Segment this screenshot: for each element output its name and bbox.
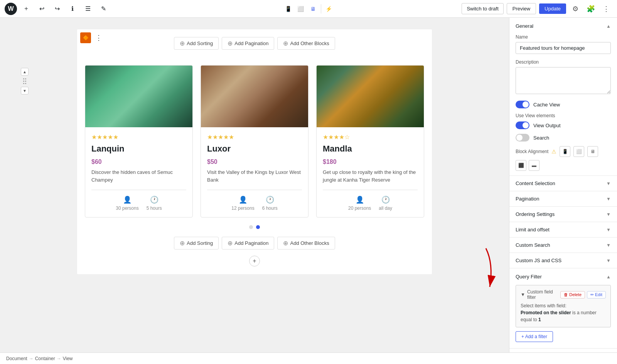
general-section-content: Name Description Cache View Use View [509,34,617,175]
custom-search-chevron: ▼ [606,243,611,248]
plus-icon: ⊕ [180,239,185,247]
block-alignment-label: Block Alignment [516,149,548,154]
general-chevron-icon: ▲ [606,24,611,29]
description-textarea[interactable] [516,67,611,94]
query-filter-section: Query Filter ▲ ▼ Custom field filter 🗑 D… [509,268,617,349]
view-output-toggle[interactable] [516,121,529,129]
tablet-icon[interactable]: ⬜ [295,3,306,14]
wp-logo-icon[interactable]: W [5,3,17,15]
plugins-icon[interactable]: 🧩 [585,3,597,15]
scroll-up-button[interactable]: ▲ [21,68,29,76]
align-wide-icon[interactable]: ▬ [529,160,539,171]
breadcrumb-view[interactable]: View [63,356,73,361]
top-toolbar: ⊕ Add Sorting ⊕ Add Pagination ⊕ Add Oth… [85,37,424,50]
add-filter-button[interactable]: + Add a filter [516,331,553,342]
block-type-icon[interactable]: 🔶 [80,32,91,43]
card-desc-luxor: Visit the Valley of the Kings by Luxor W… [207,169,302,184]
add-pagination-button-top[interactable]: ⊕ Add Pagination [222,37,274,50]
scroll-down-button[interactable]: ▼ [21,87,29,94]
canvas: 🔶 ⋮ ⊕ Add Sorting ⊕ Add Pagination ⊕ [77,29,432,274]
block-menu-icon[interactable]: ⋮ [93,32,104,43]
pagination-dot-1[interactable] [249,225,253,229]
more-options-icon[interactable]: ⋮ [600,3,612,15]
preview-button[interactable]: Preview [507,3,536,14]
right-panel: General ▲ Name Description Cache [509,18,617,352]
limit-and-offset-chevron: ▼ [606,227,611,233]
add-other-blocks-button-top[interactable]: ⊕ Add Other Blocks [277,37,335,50]
filter-delete-button[interactable]: 🗑 Delete [560,291,585,298]
card-meta-luxor: 👤 12 persons 🕐 6 hours [207,195,302,211]
card-price-lanquin: $60 [91,158,186,165]
editor-area[interactable]: ▲ ▼ 🔶 ⋮ ⊕ Add Sorting [0,18,509,352]
add-sorting-button-bottom[interactable]: ⊕ Add Sorting [174,237,219,249]
update-button[interactable]: Update [539,3,566,14]
mobile-icon[interactable]: 📱 [283,3,294,14]
edit-icon: ✏ [590,292,594,297]
breadcrumb-container[interactable]: Container [35,356,55,361]
bottom-bar: Document → Container → View [0,352,617,364]
settings-icon[interactable]: ⚙ [569,3,582,15]
card-persons-lanquin: 👤 30 persons [116,195,138,211]
query-filter-header[interactable]: Query Filter ▲ [509,268,617,285]
general-section-header[interactable]: General ▲ [509,18,617,34]
pagination-label: Pagination [516,196,539,202]
align-mobile-icon[interactable]: 📱 [560,146,570,157]
content-selection-label: Content Selection [516,180,555,186]
breadcrumb-document[interactable]: Document [6,356,27,361]
card-mandla: ★★★★☆ Mandla $180 Get up close to royalt… [316,65,424,217]
filter-item: ▼ Custom field filter 🗑 Delete ✏ Edit [516,285,611,327]
limit-and-offset-section[interactable]: Limit and offset ▼ [509,222,617,238]
pagination-dots [85,217,424,237]
pagination-chevron: ▼ [606,196,611,202]
content-selection-section[interactable]: Content Selection ▼ [509,176,617,191]
editor-content: 🔶 ⋮ ⊕ Add Sorting ⊕ Add Pagination ⊕ [0,18,509,286]
custom-js-css-label: Custom JS and CSS [516,258,561,263]
pagination-dot-2[interactable] [256,225,260,229]
add-block-circle-button[interactable]: + [249,256,260,266]
tools-button[interactable]: ✎ [97,3,110,15]
list-view-button[interactable]: ☰ [82,3,94,15]
card-body-luxor: ★★★★★ Luxor $50 Visit the Valley of the … [201,127,308,217]
custom-js-css-section[interactable]: Custom JS and CSS ▼ [509,253,617,268]
bottom-toolbar: ⊕ Add Sorting ⊕ Add Pagination ⊕ Add Oth… [85,237,424,249]
align-left-icon[interactable]: ⬛ [516,160,526,171]
general-section-title: General [516,23,533,29]
limit-and-offset-label: Limit and offset [516,227,550,233]
custom-search-label: Custom Search [516,242,550,248]
use-view-elements-group: Use View elements View Output S [516,113,611,142]
plus-icon: ⊕ [180,40,185,47]
card-persons-luxor: 👤 12 persons [231,195,254,211]
align-tablet-icon[interactable]: ⬜ [573,146,584,157]
card-divider-lanquin [91,190,186,190]
filter-icon: ▼ [521,292,525,297]
custom-search-section[interactable]: Custom Search ▼ [509,238,617,253]
add-other-blocks-button-bottom[interactable]: ⊕ Add Other Blocks [277,237,335,249]
redo-button[interactable]: ↪ [51,3,63,15]
plus-icon: ⊕ [283,239,288,247]
align-desktop-icon[interactable]: 🖥 [587,146,598,157]
add-block-button[interactable]: ＋ [20,3,32,15]
add-sorting-button-top[interactable]: ⊕ Add Sorting [174,37,219,50]
custom-js-css-chevron: ▼ [606,258,611,263]
search-toggle[interactable] [516,134,529,142]
cache-view-label: Cache View [533,102,560,108]
info-button[interactable]: ℹ [66,3,79,15]
plus-icon: ⊕ [228,40,233,47]
pagination-section[interactable]: Pagination ▼ [509,191,617,207]
name-input[interactable] [516,42,611,54]
cache-view-toggle[interactable] [516,101,529,108]
layout-icon[interactable]: ⚡ [324,3,334,14]
filter-item-title: ▼ Custom field filter [521,289,560,300]
card-meta-lanquin: 👤 30 persons 🕐 5 hours [91,195,186,211]
switch-to-draft-button[interactable]: Switch to draft [462,3,503,14]
name-label: Name [516,34,611,40]
ordering-settings-section[interactable]: Ordering Settings ▼ [509,207,617,222]
filter-edit-button[interactable]: ✏ Edit [587,291,606,298]
top-bar-right: Switch to draft Preview Update ⚙ 🧩 ⋮ [337,3,613,15]
query-filter-title: Query Filter [516,274,542,280]
top-bar-left: W ＋ ↩ ↪ ℹ ☰ ✎ [5,3,280,15]
add-pagination-button-bottom[interactable]: ⊕ Add Pagination [222,237,274,249]
description-label: Description [516,59,611,65]
desktop-icon[interactable]: 🖥 [308,3,319,14]
undo-button[interactable]: ↩ [35,3,48,15]
